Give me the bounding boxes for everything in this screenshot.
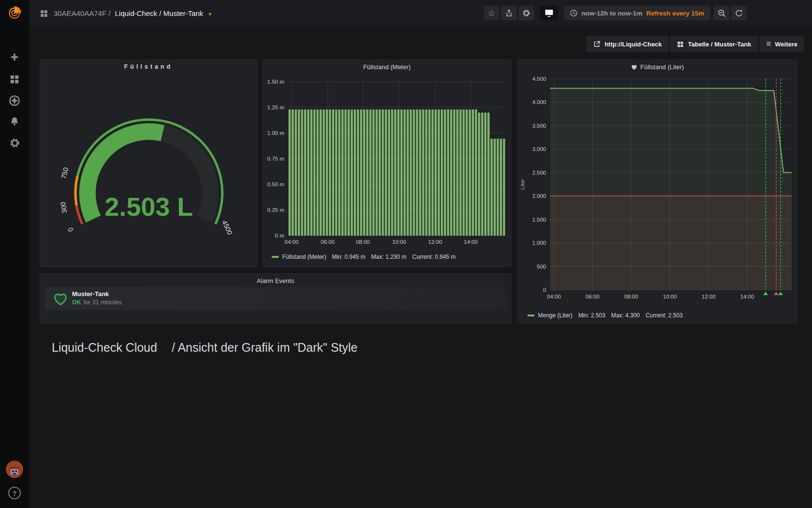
time-range-label: now-12h to now-1m <box>581 10 642 17</box>
svg-text:12:00: 12:00 <box>428 239 442 245</box>
panel-fuellstand-meter: Füllstand (Meter) 1.50 m1.25 m1.00 m0.75… <box>262 60 511 267</box>
breadcrumb-folder: 30AEA40AA74F / <box>54 9 111 17</box>
alarm-name: Muster-Tank <box>72 290 109 298</box>
svg-text:1.000: 1.000 <box>532 240 546 246</box>
svg-text:10:00: 10:00 <box>392 239 406 245</box>
star-icon: ☆ <box>488 9 495 17</box>
svg-text:14:00: 14:00 <box>464 239 478 245</box>
series-max: Max: 4.300 <box>611 312 639 319</box>
refresh-interval-label: Refresh every 15m <box>646 10 704 17</box>
clock-icon <box>570 9 578 17</box>
grafana-logo-icon[interactable] <box>5 3 24 23</box>
svg-text:Liter: Liter <box>520 179 525 190</box>
top-navbar: 30AEA40AA74F / Liquid-Check / Muster-Tan… <box>29 0 812 27</box>
line-chart[interactable]: 4.5004.0003.5003.0002.5002.0001.5001.000… <box>518 60 797 323</box>
series-color-swatch <box>272 256 279 258</box>
refresh-button[interactable] <box>731 6 747 20</box>
svg-text:4.000: 4.000 <box>532 99 546 105</box>
dashboard-settings-button[interactable] <box>519 6 534 20</box>
link-label: http://Liquid-Check <box>605 41 662 48</box>
link-tabelle-muster-tank[interactable]: Tabelle / Muster-Tank <box>670 36 758 52</box>
panel-title[interactable]: Alarm Events <box>40 277 511 284</box>
svg-text:04:00: 04:00 <box>285 239 299 245</box>
panel-title[interactable]: Füllstand (Meter) <box>263 63 511 71</box>
series-min: Min: 0.945 m <box>332 254 365 260</box>
sidebar: ? <box>0 0 29 508</box>
svg-text:500: 500 <box>537 264 546 269</box>
svg-text:1.00 m: 1.00 m <box>267 130 284 136</box>
svg-text:1.500: 1.500 <box>532 217 546 223</box>
svg-text:3.000: 3.000 <box>532 146 546 152</box>
note-title: Liquid-Check Cloud <box>52 341 157 354</box>
user-avatar[interactable] <box>6 461 23 478</box>
series-current: Current: 2.503 <box>646 312 683 319</box>
svg-text:0.25 m: 0.25 m <box>267 207 284 213</box>
series-name[interactable]: Menge (Liter) <box>538 312 572 319</box>
zoom-out-button[interactable] <box>714 6 729 20</box>
text-panel: Liquid-Check Cloud/ Ansicht der Grafik i… <box>52 341 358 355</box>
svg-text:0.75 m: 0.75 m <box>267 156 284 162</box>
chevron-down-icon: ▾ <box>209 11 212 17</box>
svg-text:12:00: 12:00 <box>702 294 716 299</box>
panel-fuellstand-gauge: Füllstand 030075045002.503 L <box>40 60 257 267</box>
svg-text:14:00: 14:00 <box>740 294 754 299</box>
dashboard-grid-icon <box>40 9 48 18</box>
kiosk-tv-button[interactable] <box>540 6 558 20</box>
svg-text:06:00: 06:00 <box>321 239 335 245</box>
svg-text:4500: 4500 <box>220 219 234 236</box>
breadcrumb[interactable]: 30AEA40AA74F / Liquid-Check / Muster-Tan… <box>40 0 212 27</box>
panel-fuellstand-liter: Füllstand (Liter) 4.5004.0003.5003.0002.… <box>517 60 798 323</box>
svg-text:06:00: 06:00 <box>586 294 600 299</box>
svg-text:4.500: 4.500 <box>532 76 546 82</box>
alerting-bell-icon[interactable] <box>0 113 29 130</box>
link-label: Weitere <box>775 41 798 48</box>
legend: Füllstand (Meter) Min: 0.945 m Max: 1.23… <box>272 254 462 260</box>
panel-title[interactable]: Füllstand <box>40 63 257 70</box>
grafana-dashboard: ? 30AEA40AA74F / Liquid-Check / Muster-T… <box>0 0 812 508</box>
heart-ok-icon <box>53 291 68 306</box>
refresh-icon <box>735 9 743 17</box>
series-color-swatch <box>527 314 535 316</box>
bar-chart[interactable]: 1.50 m1.25 m1.00 m0.75 m0.50 m0.25 m0 m0… <box>263 60 511 267</box>
link-weitere[interactable]: ≡ Weitere <box>759 36 804 52</box>
alarm-list-item[interactable]: Muster-Tank OKfor 31 minutes <box>45 287 506 310</box>
dashboards-icon[interactable] <box>0 71 29 88</box>
alarm-duration: for 31 minutes <box>84 299 122 306</box>
navbar-actions: ☆ now-12h to now-1m Refresh every 15m <box>482 6 747 20</box>
search-minus-icon <box>717 9 726 18</box>
svg-text:2.000: 2.000 <box>532 193 546 199</box>
panel-title[interactable]: Füllstand (Liter) <box>518 63 797 71</box>
tv-monitor-icon <box>544 9 554 17</box>
external-link-icon <box>593 40 601 48</box>
svg-text:2.500: 2.500 <box>532 170 546 176</box>
panel-alarm-events: Alarm Events Muster-Tank OKfor 31 minute… <box>40 273 511 323</box>
svg-text:1.50 m: 1.50 m <box>267 79 284 85</box>
add-icon[interactable] <box>0 48 29 66</box>
star-button[interactable]: ☆ <box>484 6 499 20</box>
note-subtitle: / Ansicht der Grafik im "Dark" Style <box>172 341 358 354</box>
time-range-picker[interactable]: now-12h to now-1m Refresh every 15m <box>564 6 710 20</box>
series-max: Max: 1.230 m <box>371 254 406 260</box>
svg-text:08:00: 08:00 <box>624 294 638 299</box>
explore-compass-icon[interactable] <box>0 92 29 109</box>
gauge-chart[interactable]: 030075045002.503 L <box>40 60 258 267</box>
gear-icon <box>522 9 531 17</box>
svg-text:0: 0 <box>543 287 546 293</box>
configuration-gear-icon[interactable] <box>0 134 29 151</box>
series-min: Min: 2.503 <box>578 312 605 319</box>
link-liquid-check[interactable]: http://Liquid-Check <box>586 36 668 52</box>
svg-text:300: 300 <box>59 201 69 214</box>
help-icon[interactable]: ? <box>8 487 21 499</box>
svg-text:1.25 m: 1.25 m <box>267 105 284 110</box>
svg-text:2.503 L: 2.503 L <box>104 192 193 221</box>
svg-text:0.50 m: 0.50 m <box>267 181 284 187</box>
svg-text:0 m: 0 m <box>275 233 284 239</box>
series-name[interactable]: Füllstand (Meter) <box>282 254 326 260</box>
dashboard-grid-icon <box>677 41 684 48</box>
breadcrumb-dashboard-title: Liquid-Check / Muster-Tank <box>115 9 203 17</box>
svg-text:04:00: 04:00 <box>547 294 561 299</box>
legend: Menge (Liter) Min: 2.503 Max: 4.300 Curr… <box>527 312 689 319</box>
share-button[interactable] <box>501 6 517 20</box>
svg-text:0: 0 <box>66 226 75 233</box>
heart-icon <box>631 64 638 70</box>
